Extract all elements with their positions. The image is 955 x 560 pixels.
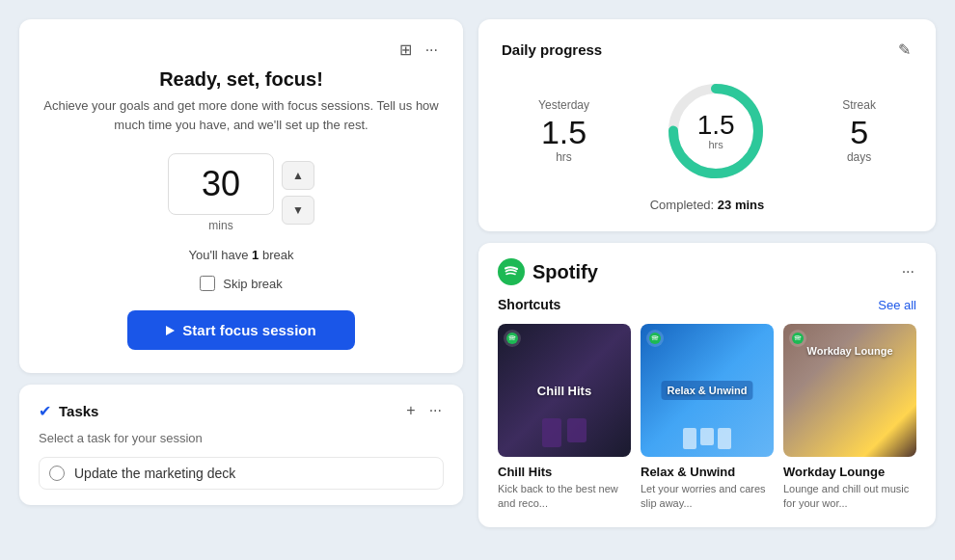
playlist-desc-relax: Let your worries and cares slip away... <box>641 482 774 512</box>
focus-subtitle: Achieve your goals and get more done wit… <box>42 96 440 134</box>
streak-value: 5 <box>842 116 876 148</box>
focus-more-button[interactable]: ··· <box>423 39 440 61</box>
yesterday-stat: Yesterday 1.5 hrs <box>538 98 589 164</box>
break-info: You'll have 1 break <box>42 248 440 262</box>
workday-bg: Workday Lounge <box>783 324 916 457</box>
progress-title: Daily progress <box>502 41 602 58</box>
streak-stat: Streak 5 days <box>842 98 876 164</box>
spotify-brand: Spotify <box>532 261 598 283</box>
progress-body: Yesterday 1.5 hrs 1.5 hrs Streak <box>502 78 913 184</box>
spotify-more-button[interactable]: ··· <box>900 261 916 282</box>
time-up-button[interactable]: ▲ <box>282 161 314 190</box>
streak-label: Streak <box>842 98 876 112</box>
yesterday-value: 1.5 <box>538 116 589 148</box>
playlist-grid: Chill Hits Chill Hits Kick back to the b… <box>498 324 916 512</box>
skip-break-checkbox[interactable] <box>200 276 215 291</box>
spotify-header: Spotify ··· <box>498 258 916 285</box>
see-all-link[interactable]: See all <box>878 298 916 312</box>
task-label: Update the marketing deck <box>74 466 235 481</box>
tasks-title-row: ✔ Tasks <box>39 402 98 420</box>
relax-bg: Relax & Unwind <box>641 324 774 457</box>
focus-title: Ready, set, focus! <box>42 68 440 91</box>
task-radio[interactable] <box>49 466 65 481</box>
spotify-badge-chill <box>504 330 521 347</box>
playlist-name-workday: Workday Lounge <box>783 465 916 479</box>
time-unit: mins <box>168 219 274 232</box>
tasks-title: Tasks <box>59 403 98 419</box>
relax-overlay-text: Relax & Unwind <box>661 381 752 400</box>
break-word: break <box>262 248 294 262</box>
time-value: 30 <box>168 153 274 215</box>
break-text: You'll have <box>188 248 248 262</box>
time-down-button[interactable]: ▼ <box>282 196 314 225</box>
playlist-thumb-chill-hits: Chill Hits <box>498 324 631 457</box>
donut-chart: 1.5 hrs <box>663 78 769 184</box>
completed-prefix: Completed: <box>650 198 714 212</box>
tasks-actions: + ··· <box>404 400 444 421</box>
spotify-badge-relax <box>646 330 664 347</box>
svg-point-4 <box>649 333 661 344</box>
donut-goal-unit: hrs <box>697 139 735 150</box>
playlist-name-chill: Chill Hits <box>498 465 631 479</box>
playlist-item-chill-hits[interactable]: Chill Hits Chill Hits Kick back to the b… <box>498 324 631 512</box>
playlist-desc-chill: Kick back to the best new and reco... <box>498 482 631 512</box>
tasks-card: ✔ Tasks + ··· Select a task for your ses… <box>19 385 463 505</box>
spotify-icon <box>498 258 525 285</box>
skip-break-row: Skip break <box>42 276 440 291</box>
playlist-desc-workday: Lounge and chill out music for your wor.… <box>783 482 916 512</box>
task-item[interactable]: Update the marketing deck <box>39 457 444 490</box>
chill-figures <box>542 418 587 447</box>
donut-goal-value: 1.5 <box>697 112 735 139</box>
time-arrows: ▲ ▼ <box>282 161 314 225</box>
spotify-card: Spotify ··· Shortcuts See all Chill <box>478 243 936 527</box>
completed-text: Completed: 23 mins <box>502 198 913 212</box>
time-picker: 30 mins ▲ ▼ <box>42 153 440 232</box>
break-count: 1 <box>252 248 259 262</box>
skip-break-label[interactable]: Skip break <box>223 277 282 291</box>
spotify-logo: Spotify <box>498 258 598 285</box>
yesterday-unit: hrs <box>538 150 589 164</box>
shortcuts-label: Shortcuts <box>498 297 560 312</box>
progress-card: Daily progress ✎ Yesterday 1.5 hrs 1.5 <box>478 19 936 231</box>
play-icon <box>166 326 175 335</box>
focus-card-header: ⊞ ··· <box>42 39 440 61</box>
focus-expand-button[interactable]: ⊞ <box>397 39 414 61</box>
svg-point-3 <box>506 333 518 344</box>
progress-header: Daily progress ✎ <box>502 39 913 61</box>
playlist-thumb-workday-lounge: Workday Lounge <box>783 324 916 457</box>
streak-unit: days <box>842 150 876 164</box>
tasks-checkmark-icon: ✔ <box>39 402 51 420</box>
yesterday-label: Yesterday <box>538 98 589 112</box>
relax-figures <box>683 428 731 449</box>
shortcuts-row: Shortcuts See all <box>498 297 916 312</box>
svg-point-2 <box>498 258 525 285</box>
completed-value: 23 mins <box>718 198 764 212</box>
tasks-more-button[interactable]: ··· <box>427 400 444 421</box>
playlist-name-relax: Relax & Unwind <box>641 465 774 479</box>
time-display-block: 30 mins <box>168 153 274 232</box>
start-focus-label: Start focus session <box>182 322 315 338</box>
workday-overlay-text: Workday Lounge <box>801 339 898 362</box>
focus-card: ⊞ ··· Ready, set, focus! Achieve your go… <box>19 19 463 373</box>
playlist-thumb-relax-unwind: Relax & Unwind <box>641 324 774 457</box>
progress-edit-button[interactable]: ✎ <box>896 39 913 61</box>
tasks-header: ✔ Tasks + ··· <box>39 400 444 421</box>
chill-bg: Chill Hits <box>498 324 631 457</box>
playlist-item-relax-unwind[interactable]: Relax & Unwind Relax & Unwind Let your w… <box>641 324 774 512</box>
donut-center: 1.5 hrs <box>697 112 735 150</box>
tasks-subtitle: Select a task for your session <box>39 431 444 445</box>
chill-overlay-text: Chill Hits <box>532 378 597 404</box>
tasks-add-button[interactable]: + <box>404 400 417 421</box>
start-focus-button[interactable]: Start focus session <box>127 310 354 350</box>
playlist-item-workday-lounge[interactable]: Workday Lounge Workday Lounge Lounge and… <box>783 324 916 512</box>
